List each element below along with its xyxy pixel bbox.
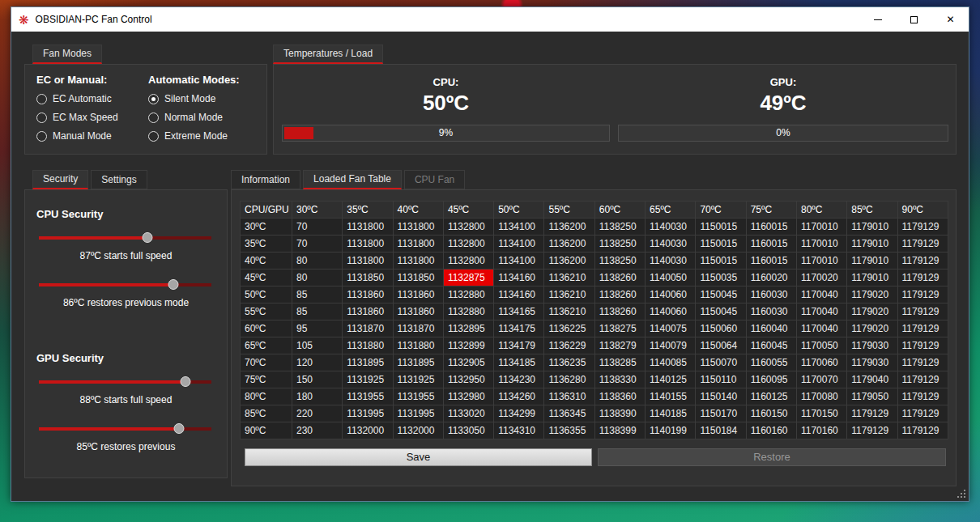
table-cell[interactable]: 1170060 (796, 354, 846, 371)
table-cell[interactable]: 1136210 (544, 286, 594, 303)
gpu-full-speed-slider[interactable] (39, 376, 211, 388)
table-cell[interactable]: 230 (292, 422, 343, 439)
table-cell[interactable]: 1179040 (847, 371, 897, 388)
table-cell[interactable]: 1170020 (796, 269, 846, 286)
table-cell[interactable]: 1134260 (494, 388, 544, 405)
table-cell[interactable]: 1179020 (847, 286, 897, 303)
table-cell[interactable]: 220 (292, 405, 343, 422)
row-header-cell[interactable]: 45ºC (241, 269, 292, 286)
table-cell[interactable]: 1131995 (393, 405, 443, 422)
table-cell[interactable]: 1138250 (594, 219, 645, 236)
table-cell[interactable]: 1170050 (796, 337, 846, 354)
table-cell[interactable]: 1179020 (847, 320, 897, 337)
table-cell[interactable]: 1179129 (847, 422, 897, 439)
slider-thumb[interactable] (143, 232, 153, 243)
table-cell[interactable]: 105 (292, 337, 343, 354)
table-cell[interactable]: 1140060 (646, 286, 696, 303)
slider-thumb[interactable] (173, 423, 184, 434)
gpu-restore-slider[interactable] (39, 423, 211, 435)
table-cell[interactable]: 1150015 (696, 219, 746, 236)
table-cell[interactable]: 1134100 (494, 219, 544, 236)
radio-silent-mode[interactable]: Silent Mode (148, 92, 215, 105)
maximize-button[interactable] (896, 7, 932, 32)
row-header-cell[interactable]: 85ºC (241, 405, 292, 422)
table-cell[interactable]: 1140030 (646, 219, 696, 236)
table-cell[interactable]: 1136200 (544, 236, 594, 253)
table-cell[interactable]: 1170010 (796, 236, 846, 253)
row-header-cell[interactable]: 50ºC (241, 286, 292, 303)
table-cell[interactable]: 1132800 (443, 236, 493, 253)
table-cell[interactable]: 85 (292, 303, 343, 320)
table-cell[interactable]: 1179129 (897, 337, 948, 354)
table-cell[interactable]: 1150035 (696, 269, 746, 286)
table-cell[interactable]: 1131995 (343, 405, 393, 422)
row-header-cell[interactable]: 30ºC (241, 219, 292, 236)
table-cell[interactable]: 1170040 (796, 286, 846, 303)
table-cell[interactable]: 1150184 (696, 422, 746, 439)
table-cell[interactable]: 1134100 (494, 236, 544, 253)
table-cell[interactable]: 70 (292, 236, 343, 253)
table-cell[interactable]: 1136235 (544, 354, 594, 371)
table-cell[interactable]: 1134179 (494, 337, 544, 354)
minimize-button[interactable] (859, 7, 896, 32)
table-cell[interactable]: 1179020 (847, 303, 897, 320)
table-cell[interactable]: 1179010 (847, 219, 897, 236)
table-cell[interactable]: 1131800 (343, 253, 393, 269)
resize-grip-icon[interactable] (956, 488, 966, 499)
table-cell[interactable]: 1140155 (646, 388, 696, 405)
table-cell[interactable]: 1131925 (343, 371, 393, 388)
row-header-cell[interactable]: 65ºC (241, 337, 292, 354)
table-cell[interactable]: 1140079 (646, 337, 696, 354)
table-cell[interactable]: 1136229 (544, 337, 594, 354)
table-cell[interactable]: 1131925 (393, 371, 443, 388)
table-cell[interactable]: 1140060 (646, 303, 696, 320)
table-cell[interactable]: 1150110 (696, 371, 746, 388)
restore-button[interactable]: Restore (598, 448, 946, 466)
table-cell[interactable]: 120 (292, 354, 343, 371)
table-cell[interactable]: 1136310 (544, 388, 594, 405)
table-cell[interactable]: 1140199 (646, 422, 696, 439)
save-button[interactable]: Save (245, 448, 592, 466)
table-cell[interactable]: 1179129 (897, 219, 948, 236)
tab-cpu-fan[interactable]: CPU Fan (404, 170, 465, 189)
table-cell[interactable]: 1179129 (897, 320, 948, 337)
table-cell[interactable]: 1136225 (544, 320, 594, 337)
table-cell[interactable]: 1179129 (897, 388, 948, 405)
table-cell[interactable]: 1131800 (393, 236, 443, 253)
table-cell[interactable]: 80 (292, 269, 343, 286)
table-cell[interactable]: 1179010 (847, 236, 897, 253)
table-cell[interactable]: 1131850 (393, 269, 443, 286)
table-cell[interactable]: 180 (292, 388, 343, 405)
table-cell[interactable]: 1134160 (494, 286, 544, 303)
table-cell[interactable]: 1179129 (897, 371, 948, 388)
table-cell[interactable]: 1132950 (443, 371, 493, 388)
table-cell[interactable]: 1160150 (746, 405, 796, 422)
table-cell[interactable]: 1179129 (897, 269, 948, 286)
table-cell[interactable]: 1138260 (594, 286, 645, 303)
table-cell[interactable]: 1170160 (796, 422, 846, 439)
table-cell[interactable]: 1132000 (343, 422, 393, 439)
table-cell[interactable]: 1132905 (443, 354, 493, 371)
table-cell[interactable]: 1133050 (443, 422, 493, 439)
table-cell[interactable]: 1131895 (343, 354, 393, 371)
table-cell[interactable]: 1136200 (544, 253, 594, 269)
table-cell[interactable]: 1131800 (343, 236, 393, 253)
table-cell[interactable]: 1179050 (847, 388, 897, 405)
radio-manual-mode[interactable]: Manual Mode (36, 129, 112, 142)
table-cell[interactable]: 1138390 (594, 405, 645, 422)
table-cell[interactable]: 1170070 (796, 371, 846, 388)
cpu-full-speed-slider[interactable] (39, 232, 211, 244)
tab-fan-modes[interactable]: Fan Modes (32, 45, 102, 64)
row-header-cell[interactable]: 55ºC (241, 303, 292, 320)
table-cell[interactable]: 1134230 (494, 371, 544, 388)
table-cell[interactable]: 1136355 (544, 422, 594, 439)
table-cell[interactable]: 1160040 (746, 320, 796, 337)
table-cell[interactable]: 1131955 (343, 388, 393, 405)
table-cell[interactable]: 1179129 (897, 405, 948, 422)
table-cell[interactable]: 1140030 (646, 236, 696, 253)
table-cell[interactable]: 1131870 (343, 320, 393, 337)
table-cell[interactable]: 1131955 (393, 388, 443, 405)
row-header-cell[interactable]: 35ºC (241, 236, 292, 253)
row-header-cell[interactable]: 60ºC (241, 320, 292, 337)
table-cell[interactable]: 1132899 (443, 337, 493, 354)
